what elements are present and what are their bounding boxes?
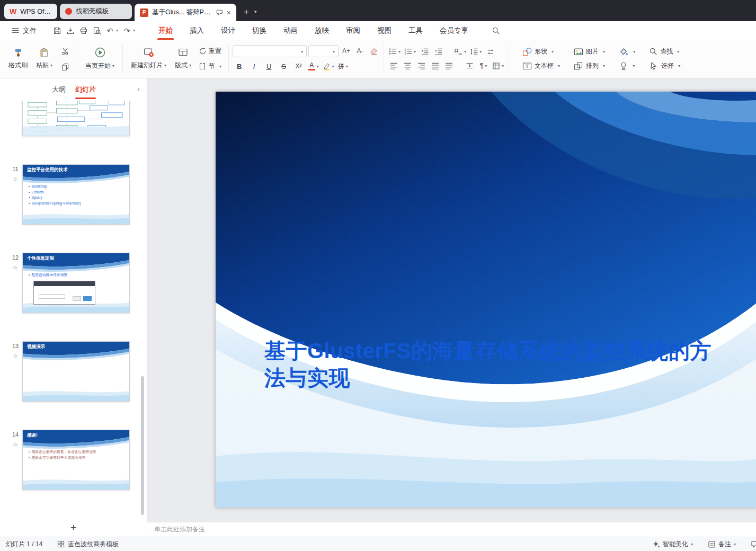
outline-tab[interactable]: 大纲 — [52, 78, 66, 101]
animation-star-icon[interactable] — [13, 176, 18, 183]
slide-10-thumbnail[interactable] — [22, 101, 130, 136]
tab-slideshow[interactable]: 放映 — [306, 21, 337, 40]
underline-button[interactable]: U — [262, 60, 275, 73]
phonetic-guide-button[interactable]: 拼 — [336, 60, 350, 73]
slide-title-textbox[interactable]: 基于GlusterFS的海量存储系统的监控系统的方法与实现 — [264, 337, 714, 392]
justify-button[interactable] — [429, 60, 441, 72]
animation-star-icon[interactable] — [13, 441, 18, 448]
increase-font-button[interactable]: A+ — [340, 46, 352, 57]
new-tab-button[interactable] — [244, 7, 249, 16]
fill-color-button[interactable] — [616, 46, 638, 58]
copy-button[interactable] — [59, 61, 71, 72]
find-button[interactable]: 查找 — [646, 46, 683, 58]
textbox-button[interactable]: 文本框 — [519, 60, 563, 72]
bullet-list-button[interactable] — [388, 46, 402, 57]
tab-wps-home[interactable]: WPS Office — [4, 4, 57, 19]
tab-animation[interactable]: 动画 — [275, 21, 306, 40]
arrange-button[interactable]: 排列 — [571, 60, 608, 72]
animation-star-icon[interactable] — [13, 353, 18, 360]
slide-editor-canvas[interactable]: 基于GlusterFS的海量存储系统的监控系统的方法与实现 — [147, 78, 756, 522]
animation-star-icon[interactable] — [13, 264, 18, 271]
numbered-list-button[interactable]: 123 — [403, 46, 417, 57]
decrease-indent-button[interactable] — [419, 46, 431, 57]
tab-list-caret-icon[interactable] — [254, 9, 257, 14]
play-from-current-button[interactable]: 当页开始 — [81, 42, 119, 75]
align-right-button[interactable] — [415, 60, 428, 72]
slide-11-thumbnail[interactable]: 监控平台使用的技术 Bootstrap Echarts Jquery SSH(S… — [22, 164, 130, 225]
decrease-font-button[interactable]: A- — [354, 46, 366, 57]
slides-tab[interactable]: 幻灯片 — [75, 78, 96, 101]
file-menu-button[interactable]: 文件 — [8, 24, 40, 38]
slide-13-thumbnail[interactable]: 视频演示 — [22, 341, 130, 402]
current-slide[interactable]: 基于GlusterFS的海量存储系统的监控系统的方法与实现 — [216, 92, 756, 508]
increase-indent-button[interactable] — [432, 46, 444, 57]
superscript-button[interactable]: X² — [292, 60, 305, 73]
template-button[interactable]: 蓝色波纹商务模板 — [57, 540, 119, 549]
save-button[interactable] — [50, 24, 64, 37]
print-button[interactable] — [77, 24, 90, 37]
add-slide-button[interactable] — [66, 522, 82, 534]
picture-button[interactable]: 图片 — [571, 46, 608, 58]
undo-menu-caret-icon[interactable] — [116, 28, 118, 33]
section-button[interactable]: 节 — [195, 60, 225, 73]
slide-14-thumbnail[interactable]: 感谢! 感谢各位老师的观看，欢迎各位老师指导 感谢余立功老师对于本课题的指导 — [22, 430, 130, 490]
font-color-button[interactable]: A — [307, 60, 320, 73]
line-spacing-icon — [470, 48, 478, 56]
tab-membership[interactable]: 会员专享 — [431, 21, 477, 40]
slide-number: 14 — [12, 431, 19, 438]
paragraph-mark-icon — [480, 62, 483, 69]
align-center-button[interactable] — [402, 60, 414, 72]
notes-toggle-button[interactable]: 备注 — [705, 539, 739, 550]
redo-button[interactable]: ↷ — [120, 24, 134, 37]
distribute-icon — [445, 62, 453, 69]
align-left-button[interactable] — [388, 60, 400, 72]
tab-current-document[interactable]: 基于Glus... 答辩PPT — [135, 4, 236, 21]
notes-input-area[interactable]: 单击此处添加备注 — [147, 522, 756, 537]
close-tab-button[interactable] — [227, 9, 231, 16]
collapse-panel-button[interactable] — [137, 84, 140, 93]
format-painter-button[interactable]: 格式刷 — [4, 42, 32, 75]
font-family-select[interactable] — [233, 45, 307, 57]
cut-button[interactable] — [59, 45, 71, 56]
convert-text-button[interactable] — [484, 46, 496, 57]
print-preview-button[interactable] — [90, 24, 103, 37]
panel-scrollbar[interactable] — [141, 376, 144, 515]
paragraph-layout-button[interactable] — [491, 60, 505, 72]
line-spacing-button[interactable] — [469, 46, 483, 57]
tab-tools[interactable]: 工具 — [400, 21, 431, 40]
tab-review[interactable]: 审阅 — [337, 21, 369, 40]
strikethrough-button[interactable]: S — [277, 60, 290, 73]
italic-button[interactable]: I — [247, 60, 261, 73]
tab-insert[interactable]: 插入 — [181, 21, 212, 40]
tab-view[interactable]: 视图 — [369, 21, 400, 40]
tab-docer-templates[interactable]: 找稻壳模板 — [60, 4, 132, 19]
tab-design[interactable]: 设计 — [212, 21, 244, 40]
select-button[interactable]: 选择 — [646, 60, 683, 72]
export-button[interactable] — [64, 24, 77, 37]
clear-format-button[interactable] — [368, 46, 380, 57]
design-effects-button[interactable] — [616, 60, 638, 72]
comment-bubble-icon[interactable] — [216, 9, 223, 16]
screenshot-titlebar — [34, 281, 95, 286]
highlight-button[interactable] — [322, 60, 335, 73]
shapes-button[interactable]: 形状 — [519, 46, 563, 58]
text-direction-button[interactable] — [453, 46, 467, 57]
comment-button[interactable] — [748, 539, 756, 549]
paste-button[interactable]: 粘贴 — [32, 42, 57, 75]
tab-transition[interactable]: 切换 — [244, 21, 275, 40]
layout-button[interactable]: 版式 — [171, 42, 195, 75]
tab-home[interactable]: 开始 — [150, 21, 181, 40]
reset-slide-button[interactable]: 重置 — [195, 45, 225, 57]
slide-12-thumbnail[interactable]: 个性信息定制 配置自动脚本任务调整 — [22, 253, 130, 313]
bold-button[interactable]: B — [233, 60, 246, 73]
redo-menu-caret-icon[interactable] — [133, 28, 135, 33]
bullet-list-icon — [389, 48, 397, 55]
font-size-select[interactable] — [308, 45, 339, 57]
smart-beautify-button[interactable]: 智能美化 — [649, 539, 696, 550]
distribute-button[interactable] — [443, 60, 455, 72]
search-button[interactable] — [488, 24, 503, 37]
vertical-spacing-button[interactable] — [464, 60, 476, 72]
new-slide-button[interactable]: 新建幻灯片 — [127, 42, 171, 75]
undo-button[interactable]: ↶ — [103, 24, 117, 37]
paragraph-spacing-button[interactable] — [477, 60, 490, 72]
